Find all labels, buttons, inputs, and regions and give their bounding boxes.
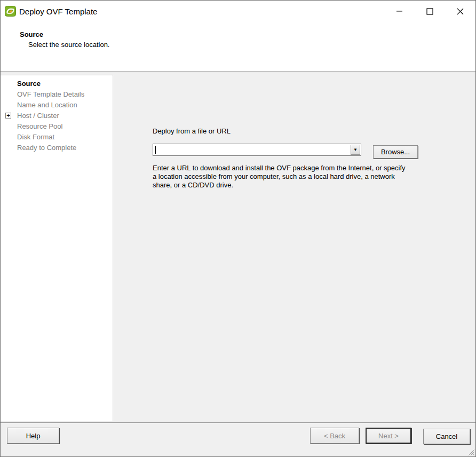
deploy-source-input[interactable] (154, 145, 350, 155)
step-name-and-location[interactable]: Name and Location (1, 100, 113, 111)
close-icon (457, 8, 464, 15)
page-title: Source (20, 30, 475, 38)
browse-button[interactable]: Browse... (373, 145, 418, 159)
wizard-steps-sidebar: Source OVF Template Details Name and Loc… (1, 75, 113, 421)
maximize-icon (426, 8, 433, 15)
text-cursor (155, 146, 156, 154)
minimize-button[interactable] (384, 1, 415, 22)
deploy-ovf-template-dialog: Deploy OVF Template Source Select the so… (0, 0, 476, 457)
minimize-icon (396, 8, 403, 14)
wizard-step-list: Source OVF Template Details Name and Loc… (1, 75, 113, 153)
combo-dropdown-button[interactable]: ▼ (351, 145, 360, 155)
step-host-cluster[interactable]: + Host / Cluster (1, 111, 113, 121)
resize-grip[interactable] (467, 448, 475, 456)
step-host-cluster-label: Host / Cluster (17, 112, 59, 120)
page-subtitle: Select the source location. (28, 41, 475, 49)
vsphere-app-icon (5, 6, 16, 17)
wizard-header: Source Select the source location. (1, 22, 475, 71)
deploy-source-combobox: ▼ (153, 144, 361, 156)
step-ovf-template-details[interactable]: OVF Template Details (1, 89, 113, 100)
back-button[interactable]: < Back (310, 428, 359, 444)
step-ready-to-complete[interactable]: Ready to Complete (1, 143, 113, 153)
footer-bar: Help < Back Next > Cancel (1, 423, 475, 456)
help-button[interactable]: Help (7, 428, 59, 444)
deploy-source-label: Deploy from a file or URL (153, 127, 231, 135)
next-button[interactable]: Next > (366, 428, 411, 444)
titlebar: Deploy OVF Template (1, 1, 475, 22)
step-source[interactable]: Source (1, 78, 113, 89)
cancel-button[interactable]: Cancel (423, 429, 470, 444)
expand-plus-icon[interactable]: + (5, 113, 11, 119)
source-description-text: Enter a URL to download and install the … (153, 164, 410, 190)
chevron-down-icon: ▼ (353, 147, 358, 152)
maximize-button[interactable] (415, 1, 445, 22)
step-resource-pool[interactable]: Resource Pool (1, 121, 113, 132)
step-disk-format[interactable]: Disk Format (1, 132, 113, 143)
close-button[interactable] (445, 1, 475, 22)
window-title: Deploy OVF Template (19, 7, 97, 16)
content-area: Source OVF Template Details Name and Loc… (1, 72, 475, 422)
window-controls (384, 1, 475, 22)
